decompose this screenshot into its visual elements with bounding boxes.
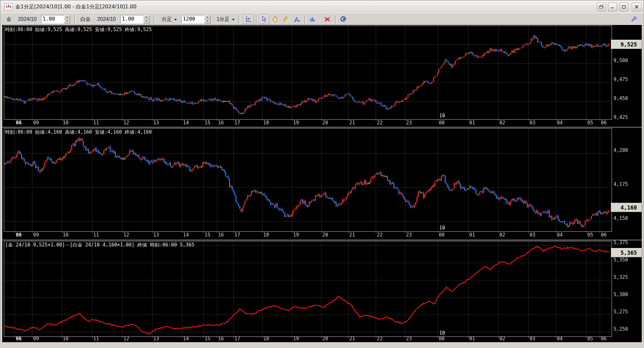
chart-region: 時刻:06:00 始値:9,525 高値:9,525 安値:9,525 終値:9… — [2, 25, 642, 342]
wrench-settings-icon — [631, 15, 638, 22]
settings-wrench-button[interactable] — [629, 14, 639, 23]
gold-multiplier-value[interactable]: 1.00 — [41, 15, 64, 23]
gold-chart-canvas[interactable] — [2, 25, 642, 128]
select-cursor-icon — [261, 16, 267, 22]
bar-type-label: 分足 — [162, 16, 172, 23]
chevron-down-icon — [174, 19, 177, 21]
spread-chart-canvas[interactable] — [2, 240, 642, 342]
maximize-button[interactable] — [619, 3, 628, 11]
platinum-ohlc-readout: 時刻:06:00 始値:4,160 高値:4,160 安値:4,160 終値:4… — [5, 129, 152, 135]
toolbar-separator — [335, 15, 336, 24]
svg-text:R: R — [343, 17, 346, 21]
toolbar-separator — [256, 15, 257, 24]
platinum-multiplier-stepper[interactable]: 1.00 ▲▼ — [120, 15, 150, 23]
pan-hand-icon — [272, 16, 278, 22]
refresh-button[interactable]: R — [338, 14, 348, 24]
chart-cursor-tool-button[interactable] — [243, 14, 253, 24]
gold-panel: 時刻:06:00 始値:9,525 高値:9,525 安値:9,525 終値:9… — [2, 25, 642, 128]
bar-count-up-button[interactable]: ▲ — [204, 15, 210, 19]
window-bottom-frame — [0, 342, 644, 348]
platinum-panel: 時刻:06:00 始値:4,160 高値:4,160 安値:4,160 終値:4… — [2, 128, 642, 240]
spread-panel: [金 24/10 9,525×1.00]－[白金 24/10 4,160×1.0… — [2, 240, 642, 342]
close-icon — [635, 5, 639, 9]
window-title: 金1分足[2024/10]1.00 - 白金1分足[2024/10]1.00 — [15, 4, 136, 10]
toolbar-separator — [305, 15, 306, 24]
chevron-down-icon — [232, 19, 235, 21]
title-bar[interactable]: 金1分足[2024/10]1.00 - 白金1分足[2024/10]1.00 — [1, 1, 643, 13]
gold-price-badge: 9,525 — [611, 40, 642, 49]
interval-label: 1分足 — [217, 16, 230, 23]
delete-study-icon — [324, 16, 331, 22]
delete-study-button[interactable] — [322, 14, 332, 24]
chart-style-button[interactable] — [307, 14, 318, 24]
pan-hand-tool-button[interactable] — [270, 14, 280, 24]
toolbar-separator — [74, 15, 76, 24]
platinum-price-badge: 4,160 — [611, 203, 642, 212]
app-window: { "window": { "title": "金1分足[2024/10]1.0… — [0, 0, 644, 348]
gold-multiplier-stepper[interactable]: 1.00 ▲▼ — [41, 15, 70, 23]
bar-count-stepper[interactable]: 1200 ▲▼ — [181, 15, 210, 23]
maximize-icon — [622, 5, 626, 9]
toolbar-separator — [239, 15, 240, 24]
bar-type-dropdown[interactable]: 分足 — [160, 16, 177, 23]
spread-formula-readout: [金 24/10 9,525×1.00]－[白金 24/10 4,160×1.0… — [5, 242, 194, 248]
platinum-chart-canvas[interactable] — [2, 128, 642, 240]
pencil-draw-tool-button[interactable] — [281, 14, 291, 24]
platinum-multiplier-up-button[interactable]: ▲ — [143, 15, 150, 19]
gold-multiplier-down-button[interactable]: ▼ — [64, 19, 70, 23]
platinum-month-label: 2024/10 — [97, 16, 116, 22]
interval-dropdown[interactable]: 1分足 — [215, 16, 235, 23]
gold-multiplier-up-button[interactable]: ▲ — [64, 15, 70, 19]
toolbar-separator — [154, 15, 155, 24]
gold-symbol-label: 金 — [6, 16, 12, 23]
minimize-icon — [611, 5, 614, 8]
close-button[interactable] — [632, 3, 641, 11]
refresh-icon: R — [339, 16, 347, 22]
marker-crosshair-tool-button[interactable] — [292, 14, 302, 24]
chart-style-dropdown[interactable] — [318, 15, 322, 24]
gold-ohlc-readout: 時刻:06:00 始値:9,525 高値:9,525 安値:9,525 終値:9… — [5, 27, 152, 33]
cascade-windows-button[interactable] — [597, 3, 606, 11]
bar-count-value[interactable]: 1200 — [181, 15, 204, 23]
platinum-symbol-label: 白金 — [81, 16, 91, 23]
platinum-multiplier-value[interactable]: 1.00 — [120, 15, 143, 23]
gold-month-label: 2024/10 — [18, 16, 37, 22]
pencil-draw-icon — [283, 16, 289, 22]
toolbar: 金 2024/10 1.00 ▲▼ 白金 2024/10 1.00 ▲▼ 分足 … — [1, 13, 643, 26]
cascade-windows-icon — [599, 5, 604, 9]
minimize-button[interactable] — [608, 3, 617, 11]
spread-price-badge: 5,365 — [611, 248, 642, 257]
bar-count-down-button[interactable]: ▼ — [204, 19, 210, 23]
select-cursor-tool-button[interactable] — [259, 14, 269, 24]
marker-crosshair-icon — [293, 16, 300, 22]
candlestick-logo-icon — [4, 3, 13, 10]
chart-cursor-icon — [245, 16, 252, 22]
platinum-multiplier-down-button[interactable]: ▼ — [143, 19, 150, 23]
chart-style-icon — [309, 16, 316, 22]
